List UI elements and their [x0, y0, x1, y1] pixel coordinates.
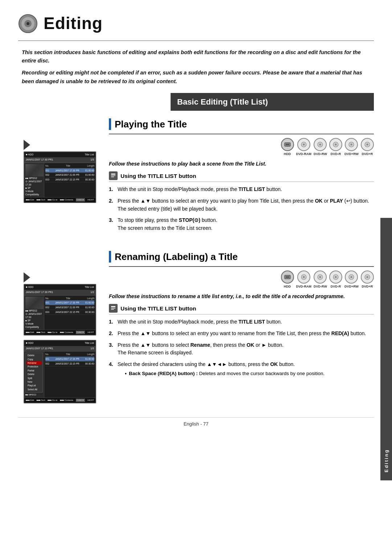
title-list-icon-2: [109, 304, 118, 313]
right-panel-renaming: Renaming (Labeling) a Title HDD DVD-RAM: [102, 243, 374, 406]
svg-point-11: [335, 143, 336, 145]
screen-mockup-1: ■ HDD Title List JAN/01/2007 17:30 PR1 1…: [24, 151, 96, 203]
media-dvd-ram-2: DVD-RAM: [296, 271, 312, 289]
playing-step-1: 1. With the unit in Stop mode/Playback m…: [109, 186, 374, 194]
page-container: Editing This section introduces basic fu…: [0, 0, 392, 553]
page-header: Editing: [18, 11, 374, 41]
svg-rect-33: [111, 309, 114, 310]
media-icons-playing: HDD DVD-RAM DVD-RW: [109, 138, 374, 157]
blue-bar-playing: [109, 118, 111, 130]
arrow-renaming: [24, 272, 30, 282]
screen3-menu: Delete Copy Rename Protection Partial De…: [25, 353, 43, 393]
renaming-step-4: 4. Select the desired characters using t…: [109, 361, 374, 379]
media-dvd-plus-r: DVD+R: [361, 138, 374, 157]
svg-rect-16: [111, 174, 115, 175]
media-dvd-r-2: DVD-R: [329, 271, 342, 289]
playing-title-heading: Playing the Title: [109, 117, 374, 134]
arrow-playing: [24, 140, 30, 150]
playing-steps: 1. With the unit in Stop mode/Playback m…: [109, 186, 374, 232]
media-dvd-r: DVD-R: [329, 138, 342, 157]
playing-sub-heading-text: Using the TITLE LIST button: [121, 172, 196, 180]
media-dvd-rw-2: DVD+RW: [344, 138, 359, 157]
playing-follow-text: Follow these instructions to play back a…: [109, 160, 374, 168]
svg-point-13: [351, 143, 352, 145]
renaming-title-text: Renaming (Labeling) a Title: [115, 250, 238, 264]
intro-paragraph-2: Recording or editing might not be comple…: [22, 69, 370, 85]
left-panel-playing: ■ HDD Title List JAN/01/2007 17:30 PR1 1…: [18, 111, 102, 236]
intro-paragraph-1: This section introduces basic functions …: [22, 48, 370, 65]
svg-rect-17: [111, 175, 115, 176]
screen1-header-right: Title List: [85, 153, 94, 157]
right-panel-playing: Playing the Title HDD DVD-RAM: [102, 111, 374, 236]
media-dvd-ram: DVD-RAM: [296, 138, 312, 157]
svg-point-22: [303, 276, 305, 278]
renaming-sub-heading-text: Using the TITLE LIST button: [121, 304, 196, 313]
bullet-backspace: Back Space (RED(A) button) : Deletes and…: [125, 370, 324, 378]
svg-point-24: [319, 276, 321, 278]
renaming-step-3: 3. Press the ▲▼ buttons to select Rename…: [109, 341, 374, 357]
playing-sub-heading: Using the TITLE LIST button: [109, 171, 374, 182]
blue-bar-renaming: [109, 251, 111, 263]
screen1-date: JAN/01/2007 17:30 PR1: [26, 158, 53, 162]
screen1-header-left: ■ HDD: [26, 153, 33, 157]
renaming-step-1: 1. With the unit in Stop mode/Playback m…: [109, 318, 374, 326]
renaming-sub-heading: Using the TITLE LIST button: [109, 304, 374, 314]
screen1-page: 1/3: [90, 158, 94, 162]
intro-section: This section introduces basic functions …: [18, 48, 374, 86]
svg-point-15: [367, 143, 368, 145]
screen1-row-2: 002JAN/03/2007 21:00 PR01:00:00: [45, 173, 94, 178]
renaming-section: ■ HDD Title List JAN/01/2007 17:30 PR1 1…: [18, 243, 374, 406]
svg-rect-20: [286, 276, 289, 278]
svg-point-26: [335, 276, 336, 278]
screen-mockup-2: ■ HDD Title List JAN/01/2007 17:30 PR1 1…: [24, 284, 96, 336]
screen1-thumb: [25, 164, 44, 176]
screen1-row-3: 003JAN/03/2007 22:15 PR00:30:00: [45, 178, 94, 182]
media-hdd-2: HDD: [281, 271, 294, 289]
page-footer: English - 77: [18, 417, 374, 428]
media-dvd-rw-3: DVD-RW: [314, 271, 327, 289]
screen1-info: ■■ MPEG2 ⊙ JAN/01/2007 17:30 ■ SP V-Mode…: [25, 176, 43, 196]
playing-title-section: ■ HDD Title List JAN/01/2007 17:30 PR1 1…: [18, 111, 374, 236]
svg-rect-31: [111, 306, 115, 307]
editing-side-tab: Editing: [380, 218, 392, 480]
left-panel-renaming: ■ HDD Title List JAN/01/2007 17:30 PR1 1…: [18, 243, 102, 406]
renaming-heading: Renaming (Labeling) a Title: [109, 250, 374, 267]
svg-point-9: [319, 143, 321, 145]
media-icons-renaming: HDD DVD-RAM DVD-RW: [109, 271, 374, 289]
screen1-row-1: 001JAN/01/2007 17:30 PR01:00:00: [45, 168, 94, 173]
media-dvd-plus-r-2: DVD+R: [361, 271, 374, 289]
screen2-thumb: [25, 297, 44, 309]
renaming-bullets: Back Space (RED(A) button) : Deletes and…: [118, 370, 324, 378]
media-dvd-rw-4: DVD+RW: [344, 271, 359, 289]
title-list-icon: [109, 171, 118, 180]
footer-text: English - 77: [184, 421, 209, 427]
svg-rect-5: [286, 144, 289, 145]
svg-point-7: [303, 143, 305, 145]
screen-mockup-3: ■ HDD Title List JAN/01/2007 17:10 PR1 1…: [24, 340, 96, 403]
media-hdd: HDD: [281, 138, 294, 157]
svg-rect-18: [111, 177, 114, 178]
page-title: Editing: [44, 11, 103, 36]
disc-icon: [18, 14, 38, 33]
playing-title-text: Playing the Title: [115, 117, 187, 131]
svg-point-3: [26, 22, 29, 25]
playing-step-3: 3. To stop title play, press the STOP(⊙)…: [109, 216, 374, 232]
renaming-steps: 1. With the unit in Stop mode/Playback m…: [109, 318, 374, 379]
renaming-follow-text: Follow these instructions to rename a ti…: [109, 293, 374, 300]
section-banner: Basic Editing (Title List): [171, 93, 374, 111]
svg-point-28: [351, 276, 352, 278]
playing-step-2: 2. Press the ▲▼ buttons to select an ent…: [109, 197, 374, 213]
renaming-step-2: 2. Press the ▲▼ buttons to select an ent…: [109, 330, 374, 338]
screen2-info: ■■ MPEG2 ⊙ JAN/01/2007 17:30 ■ SP V-Mode…: [25, 309, 43, 329]
media-dvd-rw-1: DVD-RW: [314, 138, 327, 157]
svg-point-30: [367, 276, 368, 278]
svg-rect-32: [111, 308, 115, 309]
